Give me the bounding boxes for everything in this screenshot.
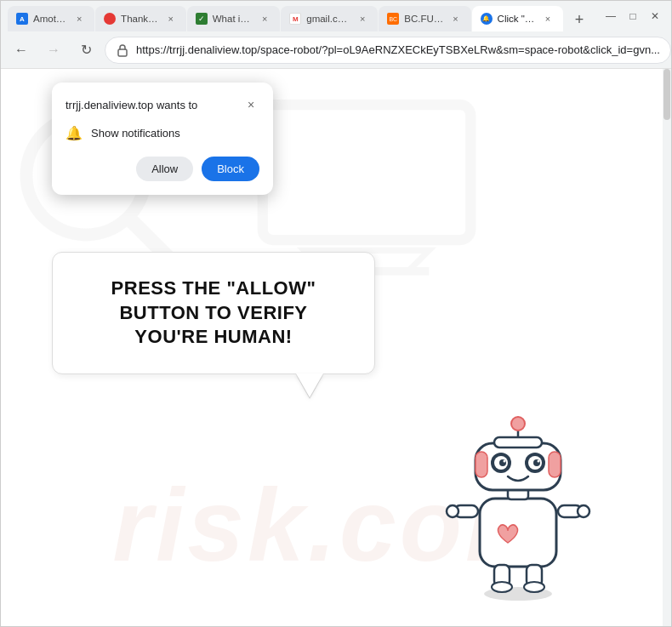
tab-label-amotech: Amotec… (33, 14, 67, 24)
robot-svg (433, 405, 603, 601)
svg-point-30 (511, 417, 525, 430)
tab-gmail[interactable]: M gmail.com… × (281, 6, 378, 31)
popup-close-button[interactable]: × (242, 96, 259, 113)
svg-rect-3 (263, 105, 470, 240)
favicon-gmail: M (289, 13, 301, 25)
nav-bar: ← → ↻ https://trrjj.denaliview.top/space… (1, 31, 671, 69)
svg-point-12 (578, 505, 589, 517)
popup-title: trrjj.denaliview.top wants to (65, 99, 197, 111)
svg-rect-8 (480, 499, 556, 567)
back-button[interactable]: ← (8, 37, 35, 64)
tab-whatis[interactable]: ✓ What is y… × (187, 6, 280, 31)
bell-icon: 🔔 (65, 125, 83, 141)
favicon-bcfun: BC (387, 13, 399, 25)
tab-close-bcfun[interactable]: × (449, 12, 463, 26)
allow-button[interactable]: Allow (136, 157, 193, 181)
favicon-amotech: A (16, 13, 28, 25)
svg-point-11 (447, 505, 458, 517)
svg-point-16 (524, 582, 544, 592)
svg-rect-19 (476, 452, 487, 477)
refresh-button[interactable]: ↻ (72, 37, 100, 64)
address-text: https://trrjj.denaliview.top/space-robot… (136, 43, 660, 56)
tab-close-whatis[interactable]: × (258, 12, 271, 26)
window-controls: — □ ✕ (601, 7, 664, 26)
scrollbar[interactable] (663, 69, 671, 626)
svg-rect-20 (549, 452, 561, 477)
maximize-button[interactable]: □ (624, 7, 642, 26)
tab-label-thanks: Thanks f… (121, 14, 159, 24)
favicon-thanks (104, 13, 116, 25)
tab-close-thanks[interactable]: × (164, 12, 178, 26)
favicon-whatis: ✓ (196, 13, 208, 25)
popup-item-text: Show notifications (91, 127, 180, 140)
tab-bcfun[interactable]: BC BC.FUN:… × (379, 6, 470, 31)
tab-strip: A Amotec… × Thanks f… × ✓ What is y… × M (8, 1, 591, 31)
popup-buttons: Allow Block (65, 157, 259, 181)
forward-button[interactable]: → (40, 37, 67, 64)
svg-point-27 (504, 460, 506, 463)
svg-rect-0 (118, 49, 127, 56)
tab-amotech[interactable]: A Amotec… × (8, 6, 94, 31)
close-button[interactable]: ✕ (646, 7, 664, 26)
robot-illustration (433, 405, 603, 601)
tab-close-gmail[interactable]: × (356, 12, 369, 26)
tab-close-click[interactable]: × (541, 12, 555, 26)
svg-rect-31 (494, 437, 542, 447)
tab-click[interactable]: 🔔 Click "All… × (472, 6, 563, 31)
speech-bubble-text: PRESS THE "ALLOW" BUTTON TO VERIFYYOU'RE… (78, 276, 349, 350)
block-button[interactable]: Block (202, 157, 259, 181)
tab-close-amotech[interactable]: × (72, 12, 86, 26)
speech-bubble: PRESS THE "ALLOW" BUTTON TO VERIFYYOU'RE… (52, 252, 375, 374)
address-bar[interactable]: https://trrjj.denaliview.top/space-robot… (105, 37, 671, 64)
browser-window: A Amotec… × Thanks f… × ✓ What is y… × M (0, 0, 672, 627)
title-bar: A Amotec… × Thanks f… × ✓ What is y… × M (1, 1, 671, 31)
favicon-click: 🔔 (481, 13, 493, 25)
svg-rect-18 (476, 443, 561, 490)
new-tab-button[interactable]: + (567, 8, 591, 31)
svg-point-15 (492, 582, 512, 592)
speech-bubble-wrap: PRESS THE "ALLOW" BUTTON TO VERIFYYOU'RE… (52, 252, 375, 374)
tab-thanks[interactable]: Thanks f… × (95, 6, 186, 31)
popup-item: 🔔 Show notifications (65, 125, 259, 141)
minimize-button[interactable]: — (601, 7, 620, 26)
page-content: risk.com trrjj.denaliview.top wants to ×… (1, 69, 671, 626)
notification-popup: trrjj.denaliview.top wants to × 🔔 Show n… (52, 83, 273, 195)
svg-point-28 (538, 460, 540, 463)
tab-label-click: Click "All… (498, 14, 536, 24)
tab-label-whatis: What is y… (213, 14, 253, 24)
lock-icon (116, 43, 129, 57)
tab-label-bcfun: BC.FUN:… (404, 14, 443, 24)
popup-header: trrjj.denaliview.top wants to × (65, 96, 259, 113)
scrollbar-thumb[interactable] (663, 69, 670, 120)
tab-label-gmail: gmail.com… (306, 14, 350, 24)
